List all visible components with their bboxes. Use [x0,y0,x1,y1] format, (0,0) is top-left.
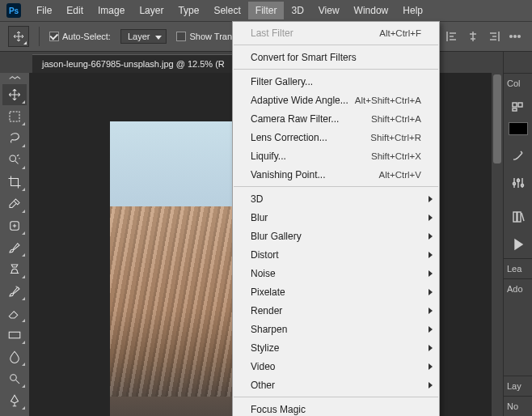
menu-item-label: Convert for Smart Filters [251,52,421,63]
auto-select-option[interactable]: Auto-Select: [49,32,111,41]
healing-brush-tool[interactable] [2,215,27,236]
panel-tab-adobe[interactable]: Ado [504,278,532,299]
filter-menu-item-blur[interactable]: Blur [233,208,439,227]
filter-menu-item-3d[interactable]: 3D [233,189,439,208]
menu-item-label: Vanishing Point... [251,169,379,180]
gradient-tool[interactable] [2,325,27,346]
menu-type[interactable]: Type [171,2,206,19]
menu-window[interactable]: Window [347,2,396,19]
menu-item-label: Filter Gallery... [251,76,421,87]
menu-item-shortcut: Alt+Shift+Ctrl+A [355,96,421,105]
type-tool[interactable] [2,412,27,416]
menu-image[interactable]: Image [91,2,132,19]
swatches-icon[interactable] [505,96,531,117]
align-right-icon[interactable] [485,28,503,45]
filter-menu-item-sharpen[interactable]: Sharpen [233,320,439,338]
align-hcenter-icon[interactable] [464,28,482,45]
filter-menu-item-lens-correction[interactable]: Lens Correction...Shift+Ctrl+R [233,128,439,146]
menu-edit[interactable]: Edit [59,2,91,19]
pen-tool[interactable] [2,390,27,411]
filter-menu-item-vanishing-point[interactable]: Vanishing Point...Alt+Ctrl+V [233,165,439,184]
menu-item-label: Distort [251,249,421,261]
submenu-arrow-icon [429,233,433,240]
filter-menu-item-adaptive-wide-angle[interactable]: Adaptive Wide Angle...Alt+Shift+Ctrl+A [233,91,439,109]
svg-rect-10 [513,108,517,111]
document-tab[interactable]: jason-leung-667985-unsplash.jpg @ 12.5% … [32,54,234,73]
brush-tool[interactable] [2,237,27,258]
panel-tab-color[interactable]: Col [504,73,532,93]
filter-menu-item-camera-raw-filter[interactable]: Camera Raw Filter...Shift+Ctrl+A [233,109,439,128]
filter-menu-item-video[interactable]: Video [233,357,439,376]
align-left-icon[interactable] [443,28,461,45]
submenu-arrow-icon [429,214,433,221]
menu-view[interactable]: View [311,2,347,19]
menu-item-label: Video [251,361,421,372]
play-action-icon[interactable] [505,234,531,255]
menu-item-label: Blur [251,212,421,223]
auto-select-target-dropdown[interactable]: Layer [120,29,167,44]
filter-menu-item-filter-gallery[interactable]: Filter Gallery... [233,72,439,91]
filter-menu-item-last-filter: Last FilterAlt+Ctrl+F [233,23,439,42]
lasso-tool[interactable] [2,128,27,149]
filter-menu-item-pixelate[interactable]: Pixelate [233,282,439,301]
svg-point-2 [518,36,521,38]
menu-select[interactable]: Select [206,2,247,19]
filter-menu-item-noise[interactable]: Noise [233,264,439,282]
filter-menu-item-other[interactable]: Other [233,376,439,394]
filter-menu-item-liquify[interactable]: Liquify...Shift+Ctrl+X [233,146,439,165]
menu-item-shortcut: Alt+Ctrl+V [379,170,421,180]
filter-menu-item-focus-magic[interactable]: Focus Magic [233,400,439,416]
show-transform-checkbox[interactable] [176,32,186,41]
eraser-tool[interactable] [2,303,27,324]
panel-tab-notes[interactable]: No [504,396,532,416]
menu-item-shortcut: Shift+Ctrl+R [370,133,421,142]
svg-rect-6 [9,332,20,338]
brush-panel-icon[interactable] [505,145,531,166]
svg-point-1 [514,36,517,38]
filter-menu-item-distort[interactable]: Distort [233,245,439,264]
move-tool[interactable] [2,84,27,105]
active-tool-indicator[interactable] [8,26,29,47]
show-transform-option[interactable]: Show Tran [176,32,232,41]
libraries-panel-icon[interactable] [505,206,531,227]
filter-menu-item-stylize[interactable]: Stylize [233,338,439,357]
dodge-tool[interactable] [2,368,27,389]
menu-layer[interactable]: Layer [132,2,171,19]
adjustments-panel-icon[interactable] [505,172,531,193]
filter-menu-item-blur-gallery[interactable]: Blur Gallery [233,227,439,245]
auto-select-label: Auto-Select: [62,32,111,41]
panel-tab-learn[interactable]: Lea [504,258,532,278]
menu-item-label: Stylize [251,342,421,354]
submenu-arrow-icon [429,289,433,295]
right-panel-dock: Col Lea Ado Lay No [503,52,532,416]
toolbox-collapse-icon[interactable] [2,74,27,82]
menu-item-label: Camera Raw Filter... [251,113,371,125]
foreground-color-swatch[interactable] [509,122,528,135]
filter-menu-item-convert-for-smart-filters[interactable]: Convert for Smart Filters [233,48,439,66]
clone-stamp-tool[interactable] [2,259,27,280]
menu-file[interactable]: File [29,2,59,19]
menu-3d[interactable]: 3D [284,2,310,19]
align-buttons [443,28,524,45]
vertical-scrollbar[interactable] [492,73,503,416]
panel-tab-layers[interactable]: Lay [504,376,532,396]
quick-select-tool[interactable] [2,150,27,171]
auto-select-checkbox[interactable] [49,32,59,41]
menu-item-label: Focus Magic [251,404,421,415]
menu-help[interactable]: Help [395,2,430,19]
menu-item-label: 3D [251,193,421,205]
menu-item-label: Last Filter [251,28,379,39]
blur-tool[interactable] [2,346,27,367]
menu-item-label: Other [251,380,421,391]
submenu-arrow-icon [429,252,433,258]
history-brush-tool[interactable] [2,281,27,302]
svg-rect-9 [518,103,522,107]
filter-menu-item-render[interactable]: Render [233,301,439,320]
menu-item-label: Liquify... [251,151,371,162]
menu-filter[interactable]: Filter [248,2,285,19]
crop-tool[interactable] [2,172,27,193]
marquee-tool[interactable] [2,106,27,127]
more-align-icon[interactable] [506,28,524,45]
menu-item-label: Lens Correction... [251,132,370,143]
eyedropper-tool[interactable] [2,193,27,214]
